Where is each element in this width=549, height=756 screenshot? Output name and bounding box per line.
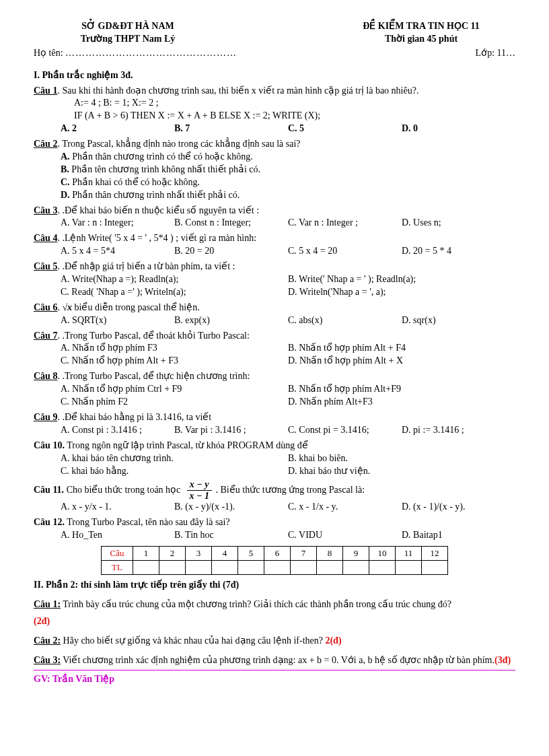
name-row: Họ tên: …………………………………………… Lớp: 11… [34,47,515,60]
q5-text: . .Để nhập giá trị biến a từ bàn phím, t… [57,261,235,271]
name-field: Họ tên: …………………………………………… [34,47,237,60]
footer-gv: GV: Trần Văn Tiệp [34,673,515,686]
gv-label: GV: [34,674,50,684]
q10-text: Trong ngôn ngữ lập trình Pascal, từ khóa… [65,440,308,450]
q7: Câu 7. .Trong Turbo Pascal, để thoát khỏ… [34,330,515,343]
q4-optA: A. 5 x 4 = 5*4 [34,245,174,258]
q3-optB: B. Const n : Integer; [174,217,288,230]
q2-optB: B. Phần tên chương trình không nhất thiế… [34,164,515,176]
q1: Câu 1. Sau khi thi hành đoạn chương trìn… [34,85,515,98]
q6-text: biểu diễn trong pascal thể hiện. [72,302,200,312]
school-name: Trường THPT Nam Lý [34,33,222,46]
col-4: 4 [212,547,238,561]
p2-q3-text: Viết chương trình xác định nghiệm của ph… [61,655,495,665]
q1-optA: A. 2 [61,123,77,133]
col-11: 11 [396,547,422,561]
q12-text: Trong Turbo Pascal, tên nào sau đây là s… [65,517,230,527]
q10-opts-row2: C. khai báo hằng. D. khai báo thư viện. [34,465,515,478]
q1-text: . Sau khi thi hành đoạn chương trình sau… [57,85,418,96]
fraction-icon: x − y x − 1 [187,480,212,501]
q4-optD: D. 20 = 5 * 4 [402,245,515,258]
q5-opts-row1: A. Write(Nhap a =); Readln(a); B. Write(… [34,273,515,286]
q10: Câu 10. Trong ngôn ngữ lập trình Pascal,… [34,440,515,452]
exam-title: ĐỀ KIỂM TRA TIN HỌC 11 [327,20,515,33]
col-5: 5 [238,547,264,561]
q3-optC: C. Var n : Integer ; [288,217,402,230]
col-10: 10 [369,547,396,561]
org-name: SỞ GD&ĐT HÀ NAM [34,20,222,33]
p2-q2-score: 2(đ) [325,635,341,646]
p2-q1-text: Trình bày cấu trúc chung của một chương … [61,599,451,609]
part1-title: I. Phần trắc nghiệm 3đ. [34,69,515,82]
header-right: ĐỀ KIỂM TRA TIN HỌC 11 Thời gian 45 phút [327,20,515,46]
p2-q1: Câu 1: Trình bày cấu trúc chung của một … [34,598,515,628]
q9-optC: C. Const pi = 3.1416; [288,424,402,437]
ans-cell [317,561,343,575]
q12: Câu 12. Trong Turbo Pascal, tên nào sau … [34,516,515,529]
q5: Câu 5. .Để nhập giá trị biến a từ bàn ph… [34,261,515,273]
p2-q3-score: (3đ) [495,655,511,665]
q11-label: Câu 11. [34,485,64,495]
q5-optB: B. Write(' Nhap a = ' ); Readln(a); [288,273,515,286]
p2-q3-label: Câu 3: [34,655,61,665]
row-label-cau: Câu [102,547,133,561]
q7-optA: A. Nhấn tổ hợp phím F3 [34,342,288,355]
q5-optC: C. Read( 'Nhap a =' ); Writeln(a); [34,286,288,299]
ans-cell [186,561,212,575]
q8-optD: D. Nhấn phím Alt+F3 [288,396,515,409]
q6-label: Câu 6 [34,302,57,312]
q4-label: Câu 4 [34,233,57,243]
header-left: SỞ GD&ĐT HÀ NAM Trường THPT Nam Lý [34,20,222,46]
gv-name: Trần Văn Tiệp [50,674,114,684]
q7-optD: D. Nhấn tổ hợp phím Alt + X [288,355,515,368]
q2: Câu 2. Trong Pascal, khẳng định nào tron… [34,138,515,151]
q7-opts-row1: A. Nhấn tổ hợp phím F3 B. Nhấn tổ hợp ph… [34,342,515,355]
doc-header: SỞ GD&ĐT HÀ NAM Trường THPT Nam Lý ĐỀ KI… [34,20,515,46]
q1-label: Câu 1 [34,85,57,96]
q6-opts: A. SQRT(x) B. exp(x) C. abs(x) D. sqr(x) [34,314,515,327]
p2-q2-text: Hãy cho biết sự giống và khác nhau của h… [61,635,325,646]
q5-opts-row2: C. Read( 'Nhap a =' ); Writeln(a); D. Wr… [34,286,515,299]
q10-opts-row1: A. khai báo tên chương trình. B. khai bo… [34,452,515,465]
q9-label: Câu 9 [34,412,57,422]
col-9: 9 [343,547,369,561]
q11-optD: D. (x - 1)/(x - y). [402,501,515,514]
sqrt-icon: √x [62,302,72,312]
q3-text: . .Để khai báo biến n thuộc kiểu số nguy… [57,205,259,215]
q6: Câu 6. √x biểu diễn trong pascal thể hiệ… [34,302,515,314]
q5-optA: A. Write(Nhap a =); Readln(a); [34,273,288,286]
name-label: Họ tên: [34,48,63,58]
class-label: Lớp: 11… [476,47,515,60]
q4-optB: B. 20 = 20 [174,245,288,258]
q9-opts: A. Const pi : 3.1416 ; B. Var pi : 3.141… [34,424,515,437]
ans-cell [291,561,317,575]
p2-q1-score: (2đ) [34,615,515,628]
q6-optD: D. sqr(x) [402,314,515,327]
q1-line1: A:= 4 ; B: = 1; X:= 2 ; [34,97,515,110]
q7-opts-row2: C. Nhấn tổ hợp phím Alt + F3 D. Nhấn tổ … [34,355,515,368]
q4-text: . .Lệnh Write( '5 x 4 = ' , 5*4 ) ; viết… [57,233,256,243]
part2-title: II. Phần 2: thí sinh làm trực tiếp trên … [34,579,515,592]
q10-optB: B. khai bo biên. [288,452,515,465]
q12-optD: D. Baitap1 [402,529,515,542]
q9-text: . .Để khai báo hằng pi là 3.1416, ta viế… [57,412,211,422]
q4: Câu 4. .Lệnh Write( '5 x 4 = ' , 5*4 ) ;… [34,232,515,245]
p2-q2: Câu 2: Hãy cho biết sự giống và khác nha… [34,635,515,648]
ans-cell [369,561,396,575]
q8-optA: A. Nhấn tổ hợp phím Ctrl + F9 [34,383,288,396]
col-2: 2 [159,547,186,561]
q8-label: Câu 8 [34,371,57,381]
col-1: 1 [133,547,159,561]
q11-optC: C. x - 1/x - y. [288,501,402,514]
q3-label: Câu 3 [34,205,57,215]
q9-optB: B. Var pi : 3.1416 ; [174,424,288,437]
q4-optC: C. 5 x 4 = 20 [288,245,402,258]
q11-optA: A. x - y/x - 1. [34,501,174,514]
q10-label: Câu 10. [34,440,65,450]
row-label-tl: TL [102,561,133,575]
q11-optB: B. (x - y)/(x -1). [174,501,288,514]
q3-optA: A. Var : n : Integer; [34,217,174,230]
q3: Câu 3. .Để khai báo biến n thuộc kiểu số… [34,205,515,217]
col-8: 8 [317,547,343,561]
col-7: 7 [291,547,317,561]
